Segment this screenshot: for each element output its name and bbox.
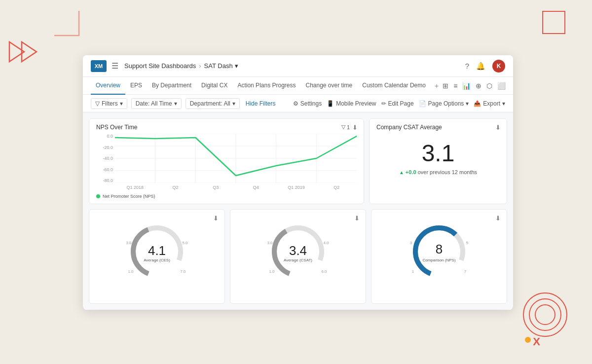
- page-options-button[interactable]: 📄 Page Options ▾: [419, 100, 469, 107]
- tab-digital-cx[interactable]: Digital CX: [196, 77, 232, 95]
- svg-text:7: 7: [464, 269, 467, 274]
- dept-filter-chevron: ▾: [232, 100, 235, 107]
- breadcrumb-parent[interactable]: Support Site Dashboards: [124, 62, 196, 70]
- svg-point-3: [535, 305, 555, 325]
- svg-point-5: [523, 293, 567, 336]
- bg-decor-top-left: [49, 6, 89, 45]
- tab-eps[interactable]: EPS: [125, 77, 147, 95]
- ces-gauge-widget: ⬇ 4.1 Average (CES) 1.0 7.0: [89, 209, 225, 304]
- svg-text:4.1: 4.1: [148, 243, 166, 258]
- tab-by-department[interactable]: By Department: [147, 77, 196, 95]
- tab-overview[interactable]: Overview: [91, 77, 125, 95]
- nps-over-time-widget: NPS Over Time ▽ 1 ⬇ 0.0 -20.0 -40.0 -60.…: [89, 118, 364, 204]
- bg-decor-circles: [520, 290, 570, 339]
- mobile-preview-button[interactable]: 📱 Mobile Preview: [327, 100, 376, 107]
- filters-chevron: ▾: [120, 100, 123, 107]
- nps-gauge-download-icon[interactable]: ⬇: [495, 215, 501, 222]
- x-axis: Q1 2018 Q2 Q3 Q4 Q1 2019 Q2: [115, 183, 357, 192]
- chart-view-icon[interactable]: 📊: [462, 82, 471, 90]
- svg-text:8: 8: [436, 242, 443, 256]
- tab-custom-calendar[interactable]: Custom Calendar Demo: [357, 77, 431, 95]
- bottom-row: ⬇ 4.1 Average (CES) 1.0 7.0: [89, 209, 507, 304]
- header-actions: ? 🔔 K: [465, 60, 505, 73]
- page-options-chevron: ▾: [466, 100, 469, 107]
- dashboard-content: NPS Over Time ▽ 1 ⬇ 0.0 -20.0 -40.0 -60.…: [83, 112, 513, 310]
- filter-icon: ▽: [95, 100, 100, 107]
- breadcrumb-current[interactable]: SAT Dash ▾: [204, 62, 238, 70]
- breadcrumb: Support Site Dashboards › SAT Dash ▾: [124, 62, 465, 70]
- csat-gauge-download-icon[interactable]: ⬇: [354, 215, 360, 222]
- avatar[interactable]: K: [492, 60, 505, 73]
- nps-legend: Net Promoter Score (NPS): [96, 194, 357, 199]
- app-header: XM ☰ Support Site Dashboards › SAT Dash …: [83, 55, 513, 77]
- nps-download-icon[interactable]: ⬇: [352, 124, 358, 131]
- ces-gauge-container: 4.1 Average (CES) 1.0 7.0 3.0 5.0: [120, 215, 194, 279]
- hamburger-icon[interactable]: ☰: [111, 61, 118, 71]
- nps-gauge-widget: ⬇ 8 Comparison (NPS) 1 7 3 5: [371, 209, 507, 304]
- export-button[interactable]: 📤 Export ▾: [474, 100, 505, 107]
- svg-text:3.0: 3.0: [267, 241, 273, 245]
- settings-button[interactable]: ⚙ Settings: [293, 100, 322, 107]
- svg-text:3.4: 3.4: [289, 243, 307, 258]
- svg-text:Average (CES): Average (CES): [144, 258, 170, 262]
- ces-gauge-svg: 4.1 Average (CES) 1.0 7.0 3.0 5.0: [120, 215, 194, 279]
- date-filter-chevron: ▾: [174, 100, 177, 107]
- legend-dot: [96, 194, 100, 198]
- tab-add-button[interactable]: +: [431, 82, 443, 90]
- csat-gauge-widget: ⬇ 3.4 Average (CSAT) 1.0 6.0 3.0 4.0: [230, 209, 366, 304]
- export-icon: 📤: [474, 100, 481, 107]
- page-icon: 📄: [419, 100, 426, 107]
- tab-bar-view-controls: ⊞ ≡ 📊 ⊕ ⬡ ⬜: [443, 82, 506, 90]
- svg-text:3: 3: [410, 241, 412, 245]
- company-csat-value: 3.1: [376, 142, 500, 165]
- help-icon[interactable]: ?: [465, 62, 469, 70]
- xm-brand-logo: X: [525, 335, 540, 348]
- bell-icon[interactable]: 🔔: [476, 62, 485, 71]
- filters-button[interactable]: ▽ Filters ▾: [91, 98, 127, 109]
- svg-text:Average (CSAT): Average (CSAT): [284, 258, 312, 262]
- nps-line-chart: [115, 134, 357, 183]
- xm-logo: XM: [91, 60, 107, 72]
- legend-label: Net Promoter Score (NPS): [103, 194, 155, 199]
- expand-icon[interactable]: ⬜: [497, 82, 506, 90]
- company-csat-widget: Company CSAT Average ⬇ 3.1 ▲ +0.0 over p…: [369, 118, 507, 204]
- nps-filter-badge[interactable]: ▽ 1: [341, 124, 350, 130]
- svg-rect-2: [543, 11, 565, 34]
- nps-chart-plot: [115, 134, 357, 183]
- department-filter[interactable]: Department: All ▾: [185, 98, 240, 109]
- csat-gauge-container: 3.4 Average (CSAT) 1.0 6.0 3.0 4.0: [261, 215, 335, 279]
- svg-text:5.0: 5.0: [182, 241, 188, 245]
- svg-text:4.0: 4.0: [323, 241, 329, 245]
- settings-icon: ⚙: [293, 100, 298, 107]
- app-window: XM ☰ Support Site Dashboards › SAT Dash …: [83, 55, 513, 310]
- top-row: NPS Over Time ▽ 1 ⬇ 0.0 -20.0 -40.0 -60.…: [89, 118, 507, 204]
- nps-widget-title: NPS Over Time: [96, 124, 357, 131]
- chevron-down-icon: ▾: [235, 62, 238, 70]
- toolbar-right: ⚙ Settings 📱 Mobile Preview ✏ Edit Page …: [293, 100, 505, 107]
- up-arrow-icon: ▲: [399, 170, 404, 175]
- tab-change-over-time[interactable]: Change over time: [301, 77, 358, 95]
- ces-download-icon[interactable]: ⬇: [213, 215, 219, 222]
- edit-page-button[interactable]: ✏ Edit Page: [381, 100, 414, 107]
- csat-download-icon[interactable]: ⬇: [495, 124, 501, 131]
- svg-text:7.0: 7.0: [180, 269, 186, 274]
- csat-gauge-svg: 3.4 Average (CSAT) 1.0 6.0 3.0 4.0: [261, 215, 335, 279]
- export-chevron: ▾: [502, 100, 505, 107]
- pencil-icon: ✏: [381, 100, 386, 107]
- company-csat-change: ▲ +0.0 over previous 12 months: [376, 169, 500, 175]
- svg-text:1: 1: [412, 269, 414, 274]
- breadcrumb-separator: ›: [199, 62, 201, 70]
- date-filter[interactable]: Date: All Time ▾: [131, 98, 182, 109]
- svg-text:Comparison (NPS): Comparison (NPS): [422, 258, 455, 262]
- company-csat-title: Company CSAT Average: [376, 124, 500, 131]
- compare-icon[interactable]: ⊕: [476, 82, 481, 90]
- tab-action-plans[interactable]: Action Plans Progress: [232, 77, 300, 95]
- share-icon[interactable]: ⬡: [486, 82, 492, 90]
- list-view-icon[interactable]: ≡: [453, 82, 457, 90]
- grid-view-icon[interactable]: ⊞: [443, 82, 448, 90]
- bg-decor-top-right: [540, 9, 567, 36]
- svg-point-4: [529, 299, 561, 330]
- hide-filters-button[interactable]: Hide Filters: [246, 100, 276, 107]
- nps-gauge-svg: 8 Comparison (NPS) 1 7 3 5: [402, 215, 476, 279]
- svg-text:5: 5: [466, 241, 469, 245]
